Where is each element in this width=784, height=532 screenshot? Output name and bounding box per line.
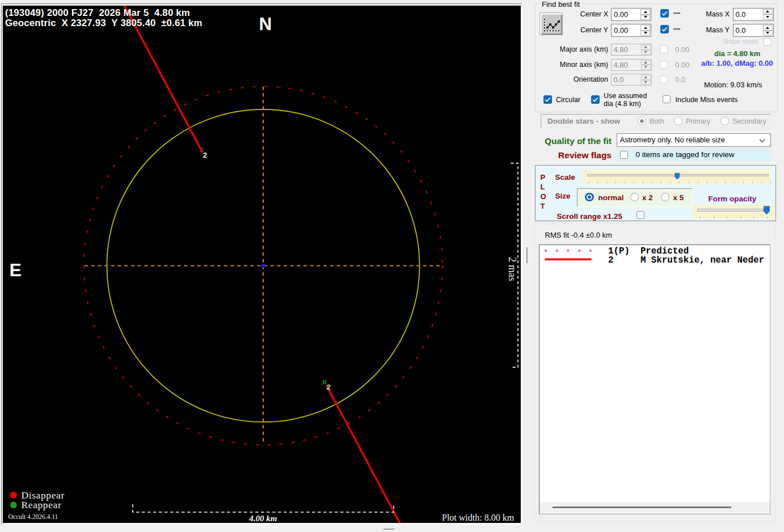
svg-text:2 mas: 2 mas	[507, 257, 518, 281]
svg-text:Geocentric X 2327.93 Y 3805.: Geocentric X 2327.93 Y 3805.40 ±0.61 km	[5, 18, 203, 28]
svg-text:(193049) 2000 FJ27 2026 Mar 5: (193049) 2000 FJ27 2026 Mar 5 4.80 km	[5, 7, 190, 18]
svg-text:Plot width: 8.00 km: Plot width: 8.00 km	[442, 513, 515, 522]
svg-text:2: 2	[327, 383, 331, 391]
svg-text:N: N	[259, 14, 272, 34]
svg-text:2: 2	[203, 151, 208, 159]
svg-text:4.00 km: 4.00 km	[248, 514, 277, 523]
svg-text:Occult 4.2026.4.11: Occult 4.2026.4.11	[9, 513, 58, 520]
svg-text:E: E	[10, 260, 22, 280]
svg-text:Reappear: Reappear	[22, 499, 62, 510]
